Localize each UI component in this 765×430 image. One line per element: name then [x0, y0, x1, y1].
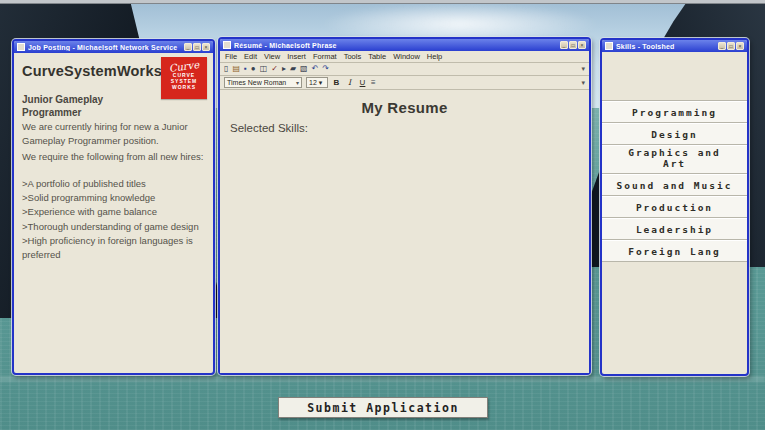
job-intro-paragraph: We require the following from all new hi… — [22, 150, 205, 164]
align-left-icon[interactable]: ≡ — [371, 79, 376, 87]
skill-button-label: Graphics and Art — [615, 148, 735, 170]
window-controls: _ □ × — [718, 42, 744, 50]
menu-window[interactable]: Window — [393, 52, 420, 61]
redo-icon[interactable]: ↷ — [322, 65, 329, 73]
job-posting-window: Job Posting - Michaelsoft Network Servic… — [12, 39, 215, 375]
skill-button-label: Foreign Lang — [628, 247, 721, 258]
resume-window-titlebar[interactable]: Résumé - Michaelsoft Phrase _ □ × — [220, 39, 589, 51]
maximize-button[interactable]: □ — [193, 43, 201, 51]
job-posting-content: CurveSystemWorks Curve CURVE SYSTEM WORK… — [14, 53, 213, 373]
window-icon — [605, 42, 613, 50]
company-logo: Curve CURVE SYSTEM WORKS — [161, 57, 207, 99]
job-requirement: >Experience with game balance — [22, 205, 205, 219]
resume-window: Résumé - Michaelsoft Phrase _ □ × File E… — [218, 37, 591, 375]
font-family-select[interactable]: Times New Roman ▾ — [224, 77, 302, 88]
skills-window-body: Programming Design Graphics and Art Soun… — [602, 52, 747, 374]
save-icon[interactable]: ▪ — [244, 65, 247, 73]
font-size-select[interactable]: 12 ▾ — [306, 77, 328, 88]
job-requirement: >Solid programming knowledge — [22, 191, 205, 205]
skill-button-leadership[interactable]: Leadership — [602, 218, 747, 240]
menu-edit[interactable]: Edit — [244, 52, 257, 61]
job-requirements-list: >A portfolio of published titles >Solid … — [22, 177, 205, 263]
company-logo-line: WORKS — [161, 84, 207, 90]
skills-window: Skills - Toolshed _ □ × Programming Desi… — [600, 38, 749, 376]
menu-insert[interactable]: Insert — [287, 52, 306, 61]
formatting-toolbar: Times New Roman ▾ 12 ▾ B I U ≡ ▾ — [220, 76, 589, 90]
open-icon[interactable]: ▤ — [232, 65, 240, 73]
skill-button-production[interactable]: Production — [602, 196, 747, 218]
job-requirement: >Thorough understanding of game design — [22, 220, 205, 234]
minimize-button[interactable]: _ — [718, 42, 726, 50]
font-size-value: 12 — [309, 79, 317, 86]
paste-icon[interactable]: ▧ — [300, 65, 308, 73]
document-editing-area[interactable]: My Resume Selected Skills: — [220, 90, 589, 373]
bold-button[interactable]: B — [332, 78, 341, 87]
menu-tools[interactable]: Tools — [344, 52, 362, 61]
maximize-button[interactable]: □ — [727, 42, 735, 50]
menu-view[interactable]: View — [264, 52, 280, 61]
selected-skills-label: Selected Skills: — [220, 122, 589, 134]
spelling-check-icon[interactable]: ✓ — [271, 65, 278, 73]
font-family-value: Times New Roman — [227, 79, 286, 86]
skill-button-label: Sound and Music — [617, 181, 733, 192]
copy-icon[interactable]: ▰ — [290, 65, 296, 73]
skill-button-label: Production — [636, 203, 713, 214]
job-requirement: >High proficiency in foreign languages i… — [22, 234, 205, 263]
italic-button[interactable]: I — [345, 78, 354, 87]
chevron-down-icon: ▾ — [319, 79, 323, 87]
standard-toolbar: ▯ ▤ ▪ ● ◫ ✓ ▸ ▰ ▧ ↶ ↷ ▾ — [220, 63, 589, 76]
skill-button-graphics-art[interactable]: Graphics and Art — [602, 145, 747, 174]
menu-format[interactable]: Format — [313, 52, 337, 61]
menu-file[interactable]: File — [225, 52, 237, 61]
skill-button-design[interactable]: Design — [602, 123, 747, 145]
resume-window-title: Résumé - Michaelsoft Phrase — [234, 42, 557, 49]
skill-button-label: Design — [651, 130, 697, 141]
new-document-icon[interactable]: ▯ — [224, 65, 228, 73]
skill-button-label: Programming — [632, 108, 717, 119]
maximize-button[interactable]: □ — [569, 41, 577, 49]
document-title: My Resume — [220, 90, 589, 116]
submit-application-button[interactable]: Submit Application — [278, 397, 488, 418]
toolbar-more-icon[interactable]: ▾ — [581, 79, 585, 87]
skills-window-title: Skills - Toolshed — [616, 43, 715, 50]
cut-icon[interactable]: ▸ — [282, 65, 286, 73]
job-intro-paragraph: We are currently hiring for new a Junior… — [22, 120, 205, 149]
close-button[interactable]: × — [578, 41, 586, 49]
window-icon — [223, 41, 231, 49]
menu-table[interactable]: Table — [368, 52, 386, 61]
minimize-button[interactable]: _ — [560, 41, 568, 49]
print-icon[interactable]: ● — [251, 65, 256, 73]
toolbar-more-icon[interactable]: ▾ — [581, 65, 585, 73]
chevron-down-icon: ▾ — [296, 79, 299, 86]
menu-help[interactable]: Help — [427, 52, 442, 61]
window-controls: _ □ × — [184, 43, 210, 51]
skill-list: Programming Design Graphics and Art Soun… — [602, 100, 747, 262]
position-heading: Junior Gameplay Programmer — [22, 93, 132, 119]
skill-button-label: Leadership — [636, 225, 713, 236]
screen-top-strip — [0, 0, 765, 4]
skill-button-programming[interactable]: Programming — [602, 101, 747, 123]
underline-button[interactable]: U — [358, 78, 367, 87]
menu-bar: File Edit View Insert Format Tools Table… — [220, 51, 589, 63]
job-requirement: >A portfolio of published titles — [22, 177, 205, 191]
job-window-titlebar[interactable]: Job Posting - Michaelsoft Network Servic… — [14, 41, 213, 53]
foam-band — [0, 376, 765, 382]
print-preview-icon[interactable]: ◫ — [260, 65, 268, 73]
job-window-title: Job Posting - Michaelsoft Network Servic… — [28, 44, 181, 51]
window-icon — [17, 43, 25, 51]
skills-window-titlebar[interactable]: Skills - Toolshed _ □ × — [602, 40, 747, 52]
close-button[interactable]: × — [202, 43, 210, 51]
close-button[interactable]: × — [736, 42, 744, 50]
skill-button-sound-music[interactable]: Sound and Music — [602, 174, 747, 196]
undo-icon[interactable]: ↶ — [312, 65, 319, 73]
window-controls: _ □ × — [560, 41, 586, 49]
skill-button-foreign-lang[interactable]: Foreign Lang — [602, 240, 747, 262]
minimize-button[interactable]: _ — [184, 43, 192, 51]
